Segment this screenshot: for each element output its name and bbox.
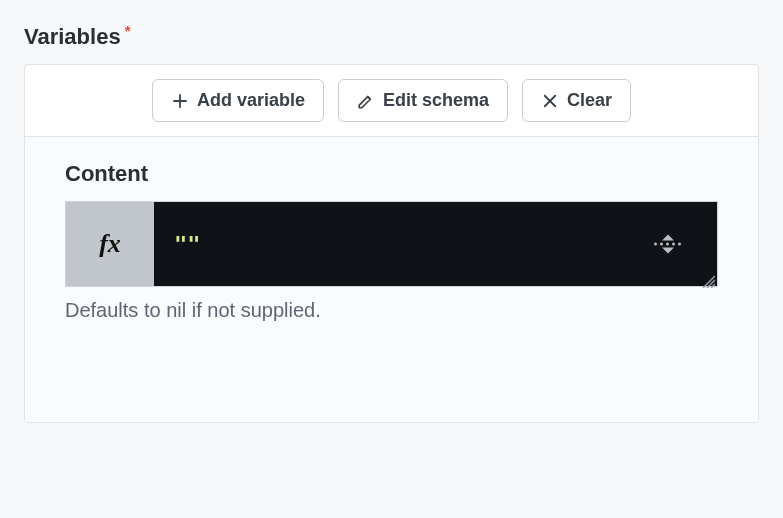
variables-toolbar: Add variable Edit schema Clear: [25, 65, 758, 137]
expression-value: "": [174, 232, 201, 257]
section-title-text: Variables: [24, 24, 121, 50]
add-variable-button[interactable]: Add variable: [152, 79, 324, 122]
clear-button[interactable]: Clear: [522, 79, 631, 122]
edit-schema-button[interactable]: Edit schema: [338, 79, 508, 122]
edit-schema-label: Edit schema: [383, 90, 489, 111]
fx-label: fx: [99, 229, 121, 259]
add-variable-label: Add variable: [197, 90, 305, 111]
field-label: Content: [65, 161, 718, 187]
expression-row: fx "": [65, 201, 718, 287]
variables-panel: Add variable Edit schema Clear Content f…: [24, 64, 759, 423]
pencil-icon: [357, 92, 375, 110]
resize-grip-icon[interactable]: [699, 268, 715, 284]
expression-input[interactable]: "": [154, 202, 717, 286]
panel-body: Content fx "" Defaults to nil if not sup…: [25, 137, 758, 422]
helper-text: Defaults to nil if not supplied.: [65, 299, 718, 322]
required-asterisk: *: [125, 22, 131, 39]
plus-icon: [171, 92, 189, 110]
clear-label: Clear: [567, 90, 612, 111]
close-icon: [541, 92, 559, 110]
section-title: Variables *: [24, 24, 759, 50]
drag-handle-icon[interactable]: [654, 235, 681, 254]
fx-button[interactable]: fx: [66, 202, 154, 286]
